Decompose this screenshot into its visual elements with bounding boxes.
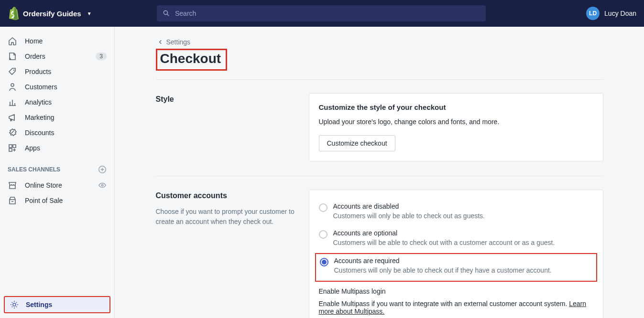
store-name: Ordersify Guides xyxy=(23,10,81,18)
nav-label: Products xyxy=(25,68,107,75)
section-style: Style Customize the style of your checko… xyxy=(156,93,603,161)
nav-label: Home xyxy=(25,37,107,45)
apps-icon xyxy=(8,143,17,153)
nav-analytics[interactable]: Analytics xyxy=(0,95,114,110)
pos-icon xyxy=(8,196,17,205)
nav-settings[interactable]: Settings xyxy=(4,296,110,313)
nav-home[interactable]: Home xyxy=(0,33,114,49)
multipass-heading: Enable Multipass login xyxy=(319,287,593,295)
nav-products[interactable]: Products xyxy=(0,64,114,79)
page-title: Checkout xyxy=(160,51,221,66)
settings-label: Settings xyxy=(26,301,52,308)
radio-label: Accounts are disabled xyxy=(333,202,485,210)
analytics-icon xyxy=(8,97,17,107)
orders-badge: 3 xyxy=(96,53,107,60)
radio-accounts-optional[interactable]: Accounts are optional Customers will be … xyxy=(319,226,593,253)
nav-label: Analytics xyxy=(25,98,107,106)
section-accounts-desc: Choose if you want to prompt your custom… xyxy=(156,207,299,227)
products-icon xyxy=(8,67,17,76)
user-menu[interactable]: LD Lucy Doan xyxy=(586,7,636,20)
style-card: Customize the style of your checkout Upl… xyxy=(309,93,603,161)
multipass-text-prefix: Enable Multipass if you want to integrat… xyxy=(319,300,569,307)
nav-label: Customers xyxy=(25,83,107,91)
nav-label: Apps xyxy=(25,144,107,152)
section-style-title: Style xyxy=(156,95,299,104)
nav-orders[interactable]: Orders 3 xyxy=(0,49,114,64)
channel-online-store[interactable]: Online Store xyxy=(0,178,114,193)
svg-point-1 xyxy=(11,84,14,86)
home-icon xyxy=(8,36,17,46)
radio-label: Accounts are required xyxy=(334,257,552,265)
search-icon xyxy=(163,10,170,17)
radio-icon-checked xyxy=(320,258,328,266)
chevron-left-icon xyxy=(158,39,164,45)
nav-label: Marketing xyxy=(25,114,107,121)
sales-channels-heading: SALES CHANNELS xyxy=(0,156,114,178)
section-accounts-title: Customer accounts xyxy=(156,191,299,200)
customize-checkout-button[interactable]: Customize checkout xyxy=(319,135,395,151)
style-card-text: Upload your store's logo, change colors … xyxy=(319,118,593,126)
svg-point-3 xyxy=(101,184,103,186)
user-name: Lucy Doan xyxy=(604,10,636,17)
breadcrumb-label: Settings xyxy=(166,38,191,46)
channels-title-text: SALES CHANNELS xyxy=(8,166,60,173)
add-channel-icon[interactable] xyxy=(98,165,107,174)
top-bar: Ordersify Guides ▼ LD Lucy Doan xyxy=(0,0,644,27)
radio-desc: Customers will be able to check out with… xyxy=(333,239,555,246)
radio-icon xyxy=(319,203,327,212)
store-switcher[interactable]: Ordersify Guides ▼ xyxy=(8,7,122,20)
orders-icon xyxy=(8,52,17,61)
caret-down-icon: ▼ xyxy=(87,11,92,16)
breadcrumb-back[interactable]: Settings xyxy=(158,38,603,46)
section-accounts: Customer accounts Choose if you want to … xyxy=(156,190,603,318)
radio-desc: Customers will only be able to check out… xyxy=(334,266,552,274)
svg-point-0 xyxy=(13,70,14,71)
search-input[interactable] xyxy=(175,10,480,17)
sidebar: Home Orders 3 Products Customers Analyti… xyxy=(0,27,115,318)
store-icon xyxy=(8,180,17,190)
svg-point-4 xyxy=(13,303,16,306)
channel-pos[interactable]: Point of Sale xyxy=(0,193,114,208)
discounts-icon xyxy=(8,128,17,138)
radio-desc: Customers will only be able to check out… xyxy=(333,212,485,220)
page-title-highlight: Checkout xyxy=(156,49,228,71)
nav-discounts[interactable]: Discounts xyxy=(0,125,114,140)
radio-accounts-required[interactable]: Accounts are required Customers will onl… xyxy=(315,253,597,282)
radio-label: Accounts are optional xyxy=(333,229,555,237)
nav-marketing[interactable]: Marketing xyxy=(0,110,114,125)
nav-apps[interactable]: Apps xyxy=(0,140,114,156)
avatar: LD xyxy=(586,7,600,20)
channel-label: Point of Sale xyxy=(25,197,107,204)
style-card-heading: Customize the style of your checkout xyxy=(319,103,593,111)
marketing-icon xyxy=(8,113,17,122)
channel-label: Online Store xyxy=(25,181,90,189)
multipass-text: Enable Multipass if you want to integrat… xyxy=(319,300,593,315)
nav-label: Orders xyxy=(25,53,88,60)
view-store-icon[interactable] xyxy=(98,181,107,190)
divider xyxy=(156,79,603,80)
main-content: Settings Checkout Style Customize the st… xyxy=(115,27,644,318)
divider xyxy=(156,176,603,176)
customers-icon xyxy=(8,82,17,92)
nav-customers[interactable]: Customers xyxy=(0,79,114,95)
search-box[interactable] xyxy=(157,5,486,21)
accounts-card: Accounts are disabled Customers will onl… xyxy=(309,190,603,318)
shopify-logo-icon xyxy=(8,7,19,20)
nav-label: Discounts xyxy=(25,129,107,137)
radio-accounts-disabled[interactable]: Accounts are disabled Customers will onl… xyxy=(319,200,593,226)
radio-icon xyxy=(319,230,327,239)
settings-icon xyxy=(10,300,19,309)
